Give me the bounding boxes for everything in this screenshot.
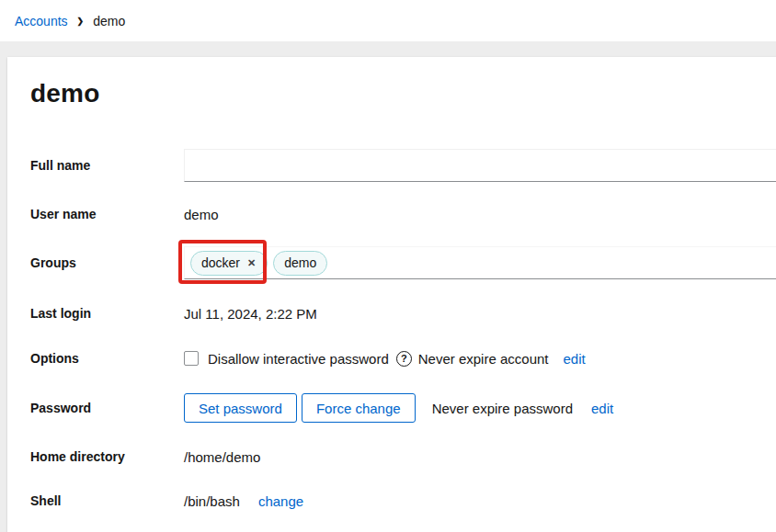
disallow-password-checkbox-label[interactable]: Disallow interactive password — [208, 351, 389, 367]
user-name-row: User name demo — [30, 198, 776, 231]
full-name-label: Full name — [30, 158, 184, 173]
user-name-label: User name — [30, 207, 184, 221]
question-circle-icon[interactable]: ? — [396, 351, 412, 367]
groups-input[interactable]: docker ✕ demo — [184, 246, 776, 279]
account-expiry-edit-link[interactable]: edit — [564, 351, 586, 367]
password-label: Password — [30, 401, 184, 415]
password-expiry-edit-link[interactable]: edit — [591, 401, 613, 416]
never-expire-password-text: Never expire password — [432, 401, 573, 416]
user-name-value: demo — [184, 207, 219, 222]
breadcrumb: Accounts ❯ demo — [15, 14, 125, 28]
close-icon[interactable]: ✕ — [246, 258, 257, 268]
breadcrumb-link-accounts[interactable]: Accounts — [15, 14, 68, 28]
home-directory-row: Home directory /home/demo — [30, 440, 776, 473]
shell-label: Shell — [30, 493, 184, 508]
full-name-row: Full name — [30, 149, 776, 182]
home-directory-value: /home/demo — [184, 449, 260, 465]
full-name-input[interactable] — [184, 149, 776, 182]
disallow-password-checkbox[interactable] — [184, 351, 199, 366]
home-directory-label: Home directory — [30, 449, 184, 464]
password-row: Password Set password Force change Never… — [30, 393, 776, 423]
shell-value: /bin/bash — [184, 493, 240, 509]
breadcrumb-bar: Accounts ❯ demo — [0, 0, 776, 41]
shell-change-link[interactable]: change — [258, 493, 303, 509]
last-login-row: Last login Jul 11, 2024, 2:22 PM — [30, 297, 776, 330]
group-chip-docker: docker ✕ — [190, 251, 268, 276]
last-login-value: Jul 11, 2024, 2:22 PM — [184, 306, 317, 322]
groups-label: Groups — [30, 255, 184, 270]
groups-row: Groups docker ✕ demo — [30, 246, 776, 279]
page-title: demo — [30, 79, 99, 108]
set-password-button[interactable]: Set password — [184, 393, 297, 423]
options-row: Options Disallow interactive password ? … — [30, 342, 776, 375]
group-chip-label: docker — [201, 255, 240, 270]
chevron-right-icon: ❯ — [77, 16, 85, 26]
shell-row: Shell /bin/bash change — [30, 484, 776, 517]
group-chip-label: demo — [284, 255, 316, 270]
group-chip-demo: demo — [273, 251, 327, 276]
options-label: Options — [30, 351, 184, 366]
last-login-label: Last login — [30, 306, 184, 321]
never-expire-account-text: Never expire account — [418, 351, 549, 367]
breadcrumb-current: demo — [93, 14, 125, 28]
force-change-button[interactable]: Force change — [302, 393, 416, 423]
